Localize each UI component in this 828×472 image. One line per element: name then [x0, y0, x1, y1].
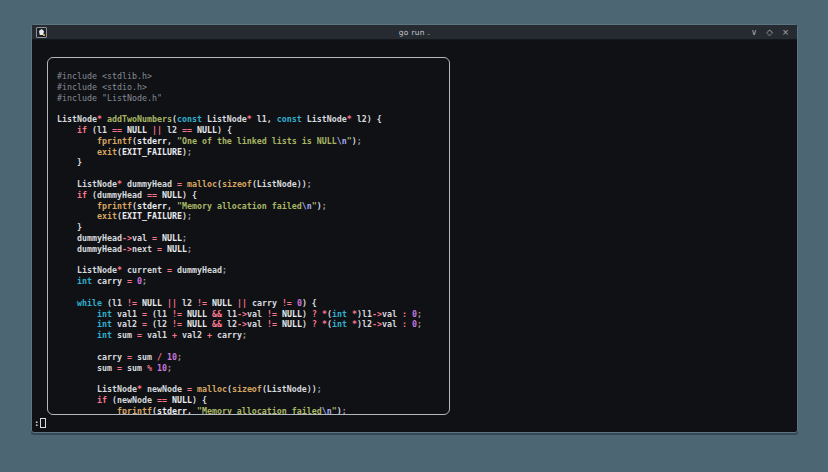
code-token: sum	[112, 330, 137, 340]
code-token: )l1	[357, 309, 372, 319]
code-line: sum = sum % 10;	[57, 363, 449, 374]
code-token: sum	[122, 363, 147, 373]
code-line: int val1 = (l1 != NULL && l1->val != NUL…	[57, 309, 449, 320]
code-token: (newNode	[107, 395, 157, 405]
code-token: val1	[112, 309, 142, 319]
code-line: ListNode* dummyHead = malloc(sizeof(List…	[57, 179, 449, 190]
code-token: ==	[147, 190, 157, 200]
code-line: int val2 = (l2 != NULL && l2->val != NUL…	[57, 319, 449, 330]
code-token: !=	[282, 298, 292, 308]
code-token: ->	[122, 233, 132, 243]
code-line: }	[57, 222, 449, 233]
terminal-window: go run . ∨ ◇ × #include <stdlib.h>#inclu…	[31, 24, 798, 433]
code-token: carry	[57, 352, 127, 362]
code-line	[57, 168, 449, 179]
code-token: current	[122, 265, 167, 275]
code-token: #include <stdio.h>	[57, 82, 147, 92]
vim-command-line[interactable]: :	[34, 418, 46, 428]
code-token: (ListNode))	[252, 179, 307, 189]
code-token: ,	[187, 406, 197, 415]
code-token: carry	[212, 330, 242, 340]
code-token: if	[77, 190, 87, 200]
code-token: if	[77, 125, 87, 135]
code-token: !=	[172, 309, 182, 319]
code-token: &&	[212, 319, 222, 329]
maximize-icon[interactable]: ◇	[766, 28, 773, 37]
code-token: NULL	[142, 298, 162, 308]
code-token: l2	[162, 125, 182, 135]
code-token: ;	[417, 319, 422, 329]
code-editor[interactable]: #include <stdlib.h>#include <stdio.h>#in…	[48, 58, 449, 415]
code-token: NULL	[167, 244, 187, 254]
code-token: dummyHead	[57, 233, 122, 243]
code-token: )	[302, 319, 312, 329]
code-line: if (dummyHead == NULL) {	[57, 190, 449, 201]
code-line: int sum = val1 + val2 + carry;	[57, 330, 449, 341]
code-token: ->	[372, 319, 382, 329]
terminal-content: #include <stdlib.h>#include <stdio.h>#in…	[32, 40, 797, 432]
minimize-icon[interactable]: ∨	[751, 28, 757, 37]
code-token: val	[247, 319, 267, 329]
code-token: ;	[307, 179, 312, 189]
code-token: ->	[122, 244, 132, 254]
code-token: !=	[267, 309, 277, 319]
floating-code-window[interactable]: #include <stdlib.h>#include <stdio.h>#in…	[47, 57, 450, 415]
code-token: ;	[322, 201, 327, 211]
code-token: "One of the linked lists is NULL	[177, 136, 337, 146]
code-token: }	[57, 157, 82, 167]
code-token: ;	[317, 384, 322, 394]
code-line	[57, 255, 449, 266]
code-token: ;	[187, 211, 192, 221]
close-icon[interactable]: ×	[782, 28, 789, 37]
code-token: ;	[182, 233, 187, 243]
code-token: ListNode	[57, 384, 137, 394]
code-token: dummyHead	[122, 179, 177, 189]
code-token	[57, 406, 117, 415]
code-line	[57, 103, 449, 114]
code-token: val	[247, 309, 267, 319]
code-token: #include "ListNode.h"	[57, 93, 162, 103]
code-token: ;	[187, 244, 192, 254]
code-token: &&	[212, 309, 222, 319]
code-token: \n	[322, 406, 332, 415]
code-token: malloc	[197, 384, 227, 394]
code-token: int	[332, 319, 347, 329]
code-token: ==	[157, 395, 167, 405]
code-token	[57, 125, 77, 135]
code-line: dummyHead->val = NULL;	[57, 233, 449, 244]
code-line: exit(EXIT_FAILURE);	[57, 147, 449, 158]
code-token	[57, 276, 77, 286]
code-token: }	[57, 222, 82, 232]
window-title: go run .	[32, 28, 797, 37]
code-token: ;	[417, 309, 422, 319]
code-token: exit	[97, 211, 117, 221]
code-token: sum	[57, 363, 117, 373]
code-token: int	[77, 276, 92, 286]
code-line: ListNode* current = dummyHead;	[57, 265, 449, 276]
code-token: (l1	[147, 309, 172, 319]
code-line: dummyHead->next = NULL;	[57, 244, 449, 255]
code-token: dummyHead	[172, 265, 222, 275]
titlebar[interactable]: go run . ∨ ◇ ×	[32, 25, 797, 40]
code-token: (ListNode))	[262, 384, 317, 394]
code-token: ||	[152, 125, 162, 135]
code-token: stderr	[137, 136, 167, 146]
code-token: !=	[267, 319, 277, 329]
code-token	[57, 309, 97, 319]
code-token: ListNode	[202, 114, 247, 124]
code-token: addTwoNumbers	[107, 114, 172, 124]
code-token: dummyHead	[57, 244, 122, 254]
code-token: sizeof	[232, 384, 262, 394]
code-token: ListNode	[302, 114, 347, 124]
code-token: )l2	[357, 319, 372, 329]
code-token: val	[382, 319, 402, 329]
code-token: (dummyHead	[87, 190, 147, 200]
code-token: l1,	[252, 114, 277, 124]
code-token	[57, 136, 97, 146]
code-token: ;	[142, 276, 147, 286]
code-line: if (newNode == NULL) {	[57, 395, 449, 406]
text-cursor	[40, 418, 46, 428]
code-token: ==	[112, 125, 122, 135]
code-token	[57, 330, 97, 340]
code-token: int	[97, 319, 112, 329]
